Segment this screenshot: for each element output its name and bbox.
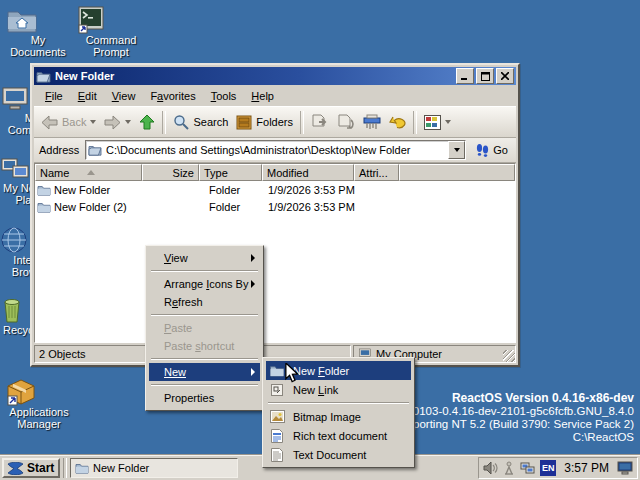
folder-icon (37, 201, 51, 213)
menu-favorites[interactable]: Favorites (143, 88, 203, 104)
address-label: Address (39, 144, 85, 156)
go-button[interactable]: Go (473, 142, 511, 158)
copy-to-icon (337, 114, 355, 130)
toolbar-separator (300, 111, 304, 134)
menu-bar: File Edit View Favorites Tools Help (34, 86, 516, 106)
toolbar-separator (413, 111, 417, 134)
file-name: New Folder (54, 184, 110, 196)
menu-separator (151, 314, 258, 316)
start-label: Start (27, 461, 54, 475)
address-folder-icon (88, 144, 102, 156)
new-folder-icon (269, 364, 285, 377)
volume-icon[interactable] (483, 461, 498, 475)
new-link-icon (269, 384, 285, 396)
menu-separator (268, 402, 409, 404)
folders-button[interactable]: Folders (232, 108, 297, 136)
column-header-modified[interactable]: Modified (262, 164, 354, 181)
file-type: Folder (200, 184, 263, 196)
go-label: Go (493, 144, 508, 156)
move-to-button[interactable] (307, 108, 333, 136)
menu-tools[interactable]: Tools (204, 88, 245, 104)
language-indicator[interactable]: EN (540, 460, 556, 476)
tray-service-icon[interactable] (503, 461, 515, 475)
search-button[interactable]: Search (169, 108, 232, 136)
undo-button[interactable] (385, 108, 410, 136)
version-line: ReactOS Version 0.4.16-x86-dev (394, 392, 634, 405)
column-header-size[interactable]: Size (142, 164, 199, 181)
task-folder-icon (75, 462, 89, 474)
desktop-icon-my-documents[interactable]: My Documents (6, 6, 70, 58)
menu-file[interactable]: File (38, 88, 71, 104)
close-button[interactable] (496, 68, 514, 84)
context-menu-properties[interactable]: Properties (149, 389, 260, 407)
go-footprints-icon (476, 143, 489, 157)
column-header-type[interactable]: Type (199, 164, 262, 181)
address-dropdown-button[interactable] (448, 141, 465, 159)
menu-view[interactable]: View (105, 88, 144, 104)
forward-dropdown[interactable] (125, 120, 131, 124)
desktop-icon-label: My Documents (6, 34, 70, 58)
window-title: New Folder (55, 70, 454, 82)
network-icon[interactable] (520, 462, 535, 475)
back-icon (41, 115, 58, 130)
show-desktop-icon[interactable] (617, 461, 633, 475)
resize-grip[interactable] (503, 350, 515, 362)
menu-help[interactable]: Help (244, 88, 282, 104)
submenu-text-document[interactable]: Text Document (266, 445, 411, 464)
context-menu-paste-shortcut[interactable]: Paste shortcut (149, 337, 260, 355)
file-list: Name Size Type Modified Attri... New Fol… (34, 163, 516, 343)
column-header-name[interactable]: Name (35, 164, 142, 181)
delete-shredder-icon (363, 114, 381, 130)
up-icon (139, 114, 155, 130)
move-to-icon (311, 114, 329, 130)
bitmap-image-icon (269, 410, 285, 423)
minimize-button[interactable] (456, 68, 474, 84)
submenu-arrow-icon (251, 368, 255, 376)
title-bar[interactable]: New Folder (34, 67, 516, 85)
task-button-new-folder[interactable]: New Folder (70, 458, 238, 478)
views-dropdown[interactable] (445, 120, 451, 124)
rich-text-document-icon (269, 429, 285, 443)
menu-edit[interactable]: Edit (71, 88, 105, 104)
start-button[interactable]: Start (2, 458, 60, 478)
address-bar: Address C:\Documents and Settings\Admini… (34, 138, 516, 163)
file-modified: 1/9/2026 3:53 PM (263, 184, 355, 196)
mouse-cursor (284, 363, 302, 383)
column-header-attributes[interactable]: Attri... (354, 164, 399, 181)
views-button[interactable] (420, 108, 455, 136)
back-dropdown[interactable] (90, 120, 96, 124)
copy-to-button[interactable] (333, 108, 359, 136)
undo-icon (389, 114, 406, 130)
up-button[interactable] (135, 108, 159, 136)
menu-separator (151, 358, 258, 360)
os-version-text: ReactOS Version 0.4.16-x86-dev 0260103-0… (394, 392, 634, 444)
file-type: Folder (200, 201, 263, 213)
task-label: New Folder (93, 462, 149, 474)
submenu-arrow-icon (251, 254, 255, 262)
maximize-button[interactable] (476, 68, 494, 84)
window-folder-icon (36, 70, 51, 83)
context-menu-paste[interactable]: Paste (149, 319, 260, 337)
context-menu-new[interactable]: New (149, 363, 260, 381)
desktop-icon-applications-manager[interactable]: Applications Manager (4, 376, 74, 430)
reactos-logo-icon (7, 462, 24, 475)
file-row[interactable]: New Folder (2) Folder 1/9/2026 3:53 PM (35, 198, 515, 215)
clock[interactable]: 3:57 PM (561, 461, 612, 475)
delete-button[interactable] (359, 108, 385, 136)
submenu-bitmap-image[interactable]: Bitmap Image (266, 407, 411, 426)
file-row[interactable]: New Folder Folder 1/9/2026 3:53 PM (35, 181, 515, 198)
applications-manager-icon (4, 376, 74, 406)
context-menu-arrange-icons-by[interactable]: Arrange Icons By (149, 275, 260, 293)
column-headers: Name Size Type Modified Attri... (35, 164, 515, 181)
system-tray: EN 3:57 PM (478, 457, 638, 479)
back-button[interactable]: Back (37, 108, 100, 136)
address-combo[interactable]: C:\Documents and Settings\Administrator\… (85, 140, 466, 160)
status-object-count: 2 Objects (34, 345, 147, 363)
file-name: New Folder (2) (54, 201, 127, 213)
context-menu-view[interactable]: View (149, 249, 260, 267)
desktop: My Documents Command Prompt My Computer … (0, 0, 640, 480)
submenu-rich-text-document[interactable]: Rich text document (266, 426, 411, 445)
desktop-icon-command-prompt[interactable]: Command Prompt (76, 6, 146, 58)
context-menu-refresh[interactable]: Refresh (149, 293, 260, 311)
forward-button[interactable] (100, 108, 135, 136)
